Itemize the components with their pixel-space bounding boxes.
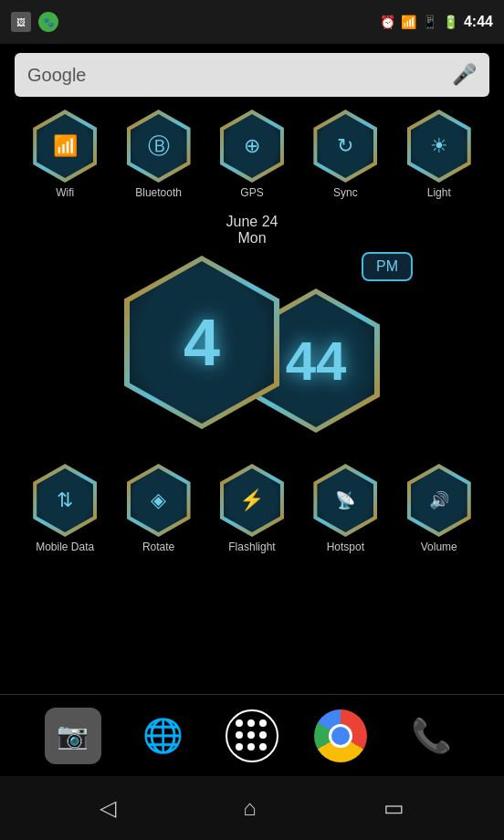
status-left-icons: 🖼 🐾	[11, 12, 58, 32]
rotate-label: Rotate	[142, 541, 174, 553]
fdroid-icon: 🐾	[38, 12, 58, 32]
gps-label: GPS	[240, 186, 263, 199]
phone-icon: 📞	[411, 717, 452, 755]
wifi-toggle[interactable]: 📶 Wifi	[33, 110, 97, 199]
light-label: Light	[427, 186, 451, 199]
chrome-dock-item[interactable]	[312, 708, 369, 764]
signal-icon: 📱	[422, 15, 437, 29]
mic-icon[interactable]: 🎤	[452, 63, 477, 87]
browser-dock-item[interactable]: 🌐	[135, 708, 192, 764]
sync-label: Sync	[333, 186, 358, 199]
apps-grid-dots	[236, 719, 268, 752]
hotspot-icon: 📡	[335, 490, 355, 510]
home-button[interactable]: ⌂	[243, 795, 257, 821]
apps-dock-item[interactable]	[226, 709, 278, 762]
top-toggles: 📶 Wifi Ⓑ Bluetooth ⊕ GPS ↻ Sync	[0, 106, 504, 199]
volume-toggle[interactable]: 🔊 Volume	[407, 464, 471, 553]
hour-digit: 4	[184, 305, 220, 380]
bluetooth-icon: Ⓑ	[148, 131, 170, 161]
back-button[interactable]: ◁	[100, 795, 116, 821]
alarm-icon: ⏰	[380, 15, 395, 29]
search-bar[interactable]: Google 🎤	[15, 53, 489, 97]
chrome-icon	[314, 709, 367, 762]
nav-bar: ◁ ⌂ ▭	[0, 776, 504, 840]
volume-icon: 🔊	[429, 490, 449, 510]
status-bar: 🖼 🐾 ⏰ 📶 📱 🔋 4:44	[0, 0, 504, 44]
rotate-toggle[interactable]: ◈ Rotate	[127, 464, 191, 553]
mobile-data-label: Mobile Data	[36, 541, 94, 553]
hotspot-toggle[interactable]: 📡 Hotspot	[313, 464, 377, 553]
gps-icon: ⊕	[244, 134, 260, 158]
google-label: Google	[27, 65, 87, 86]
clock-date: June 24 Mon	[226, 214, 278, 247]
light-toggle[interactable]: ☀ Light	[407, 110, 471, 199]
browser-icon: 🌐	[142, 717, 184, 755]
clock-row: 4 PM 44	[18, 252, 486, 433]
phone-dock-item[interactable]: 📞	[403, 708, 459, 764]
bluetooth-label: Bluetooth	[135, 186, 182, 199]
sync-icon: ↻	[337, 134, 353, 158]
status-right-icons: ⏰ 📶 📱 🔋 4:44	[380, 14, 493, 30]
wifi-label: Wifi	[56, 186, 74, 199]
hotspot-label: Hotspot	[327, 541, 364, 553]
clock-section: June 24 Mon 4 PM 44	[0, 214, 504, 433]
recents-button[interactable]: ▭	[383, 795, 404, 821]
light-icon: ☀	[430, 134, 448, 158]
wifi-icon: 📶	[53, 134, 78, 158]
gallery-icon: 🖼	[11, 12, 31, 32]
dock: 📷 🌐 📞	[0, 694, 504, 776]
clock-hour: 4	[124, 256, 279, 429]
flashlight-toggle[interactable]: ⚡ Flashlight	[220, 464, 284, 553]
flashlight-icon: ⚡	[239, 488, 264, 512]
wifi-status-icon: 📶	[401, 15, 416, 29]
time-display: 4:44	[464, 14, 493, 30]
minute-digit: 44	[286, 330, 347, 393]
sync-toggle[interactable]: ↻ Sync	[313, 110, 377, 199]
bluetooth-toggle[interactable]: Ⓑ Bluetooth	[127, 110, 191, 199]
bottom-toggles: ⇅ Mobile Data ◈ Rotate ⚡ Flashlight 📡	[0, 451, 504, 553]
mobile-data-toggle[interactable]: ⇅ Mobile Data	[33, 464, 97, 553]
camera-icon: 📷	[57, 720, 89, 751]
battery-icon: 🔋	[443, 15, 458, 29]
camera-dock-item[interactable]: 📷	[45, 708, 101, 764]
flashlight-label: Flashlight	[228, 541, 275, 553]
ampm-badge: PM	[362, 252, 413, 281]
volume-label: Volume	[421, 541, 457, 553]
gps-toggle[interactable]: ⊕ GPS	[220, 110, 284, 199]
rotate-icon: ◈	[151, 488, 166, 512]
mobile-data-icon: ⇅	[57, 488, 73, 512]
